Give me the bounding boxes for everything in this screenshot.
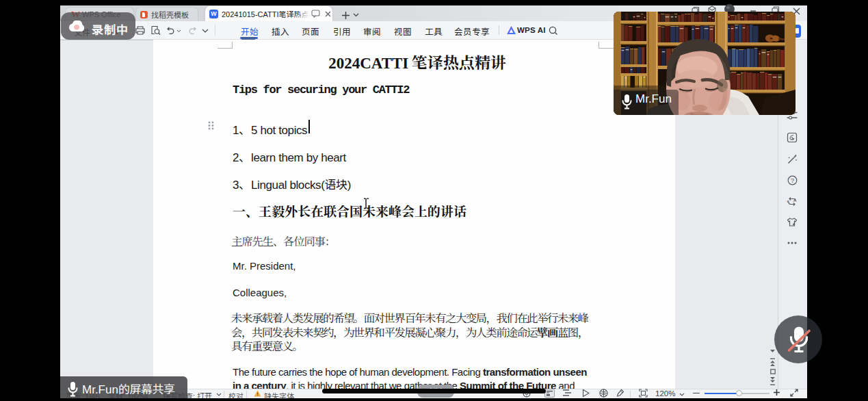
svg-text:?: ? bbox=[791, 177, 794, 184]
svg-text:x: x bbox=[787, 199, 790, 203]
svg-text:A: A bbox=[793, 198, 797, 203]
